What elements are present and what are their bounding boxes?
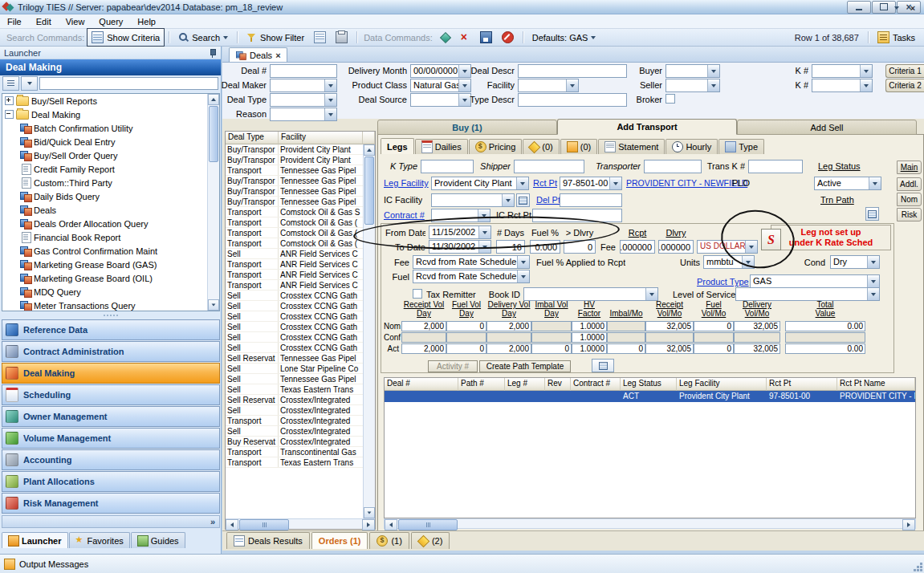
- column-header-rct-pt-name[interactable]: Rct Pt Name: [837, 378, 915, 391]
- tree-item-marketing-grease-board-oil[interactable]: Marketing Grease Board (OIL): [2, 271, 207, 285]
- tree-item-buy-sell-order-query[interactable]: Buy/Sell Order Query: [2, 148, 207, 162]
- tab-add-transport[interactable]: Add Transport: [557, 119, 737, 135]
- volume-cell[interactable]: 0: [446, 321, 486, 331]
- volume-cell[interactable]: [694, 332, 734, 343]
- deal-source-input[interactable]: [410, 93, 471, 107]
- volume-cell[interactable]: [645, 332, 694, 343]
- tree-item-gas-control-confirmation-maint[interactable]: Gas Control Confirmation Maint: [2, 244, 207, 258]
- volume-cell[interactable]: [486, 332, 531, 343]
- column-header-rev[interactable]: Rev: [545, 378, 571, 391]
- scroll-left-button[interactable]: [385, 519, 397, 530]
- deal-row[interactable]: Buy/TransporTennessee Gas Pipel: [226, 186, 363, 197]
- ic-facility-input[interactable]: [431, 193, 515, 207]
- volume-cell[interactable]: 1.0000: [572, 321, 607, 331]
- volume-cell[interactable]: 0: [694, 343, 734, 354]
- rct-pt-name-link[interactable]: PROVIDENT CITY - NEWFIELD: [626, 178, 747, 188]
- transporter-input[interactable]: [644, 160, 702, 173]
- deal-row[interactable]: TransportComstock Oil & Gas (: [226, 217, 363, 228]
- ic-rct-pt-input[interactable]: [532, 209, 622, 222]
- tree-scrollbar[interactable]: [207, 94, 219, 311]
- product-class-input[interactable]: Natural Gas: [410, 79, 471, 92]
- book-id-input[interactable]: [523, 287, 658, 301]
- rate-schedule-button[interactable]: S: [761, 229, 781, 250]
- tree-item-marketing-grease-board-gas[interactable]: Marketing Grease Board (GAS): [2, 258, 207, 271]
- volume-cell[interactable]: 32,005: [645, 321, 694, 331]
- shipper-input[interactable]: [514, 160, 584, 173]
- deal-row[interactable]: TransportComstock Oil & Gas S: [226, 207, 363, 217]
- volume-cell[interactable]: 32,005: [734, 343, 780, 354]
- tree-item-meter-transactions-query[interactable]: Meter Transactions Query: [2, 299, 207, 311]
- fuel-pct-input[interactable]: 0.000: [530, 240, 560, 254]
- tab-addl[interactable]: Addl.: [897, 177, 922, 191]
- tab-pricing-2[interactable]: Pricing: [469, 139, 523, 154]
- commit-button[interactable]: [435, 28, 455, 47]
- cond-input[interactable]: Dry: [830, 255, 880, 269]
- launcher-group-risk-management[interactable]: Risk Management: [2, 493, 220, 514]
- tree-item-buy-sell-reports[interactable]: Buy/Sell Reports: [2, 94, 207, 108]
- deal-row[interactable]: SellCrosstex CCNG Gath: [226, 343, 363, 353]
- close-document-button[interactable]: [906, 2, 919, 14]
- deal-grid-vscrollbar[interactable]: [363, 144, 375, 518]
- panel-tab-launcher[interactable]: Launcher: [2, 532, 68, 548]
- fuel-source-input[interactable]: Rcvd from Rate Schedule: [413, 270, 530, 283]
- scroll-down-button[interactable]: [208, 299, 219, 311]
- deal-row[interactable]: SellCrosstex CCNG Gath: [226, 311, 363, 322]
- column-header-leg-facility[interactable]: Leg Facility: [677, 378, 767, 391]
- tree-item-deals-order-allocation-query[interactable]: Deals Order Allocation Query: [2, 217, 207, 230]
- launcher-group-plant-allocations[interactable]: Plant Allocations: [2, 471, 220, 492]
- tree-item-financial-book-report[interactable]: Financial Book Report: [2, 230, 207, 244]
- activity-button[interactable]: Activity #: [428, 360, 478, 372]
- column-header-deal-type[interactable]: Deal Type: [226, 132, 279, 144]
- dropdown-button[interactable]: [516, 177, 528, 189]
- dropdown-button[interactable]: [517, 270, 529, 282]
- tree-item-credit-family-report[interactable]: Credit Family Report: [2, 162, 207, 176]
- tab-deals[interactable]: Deals: [229, 47, 287, 62]
- deal-row[interactable]: SellCrosstex/Integrated: [226, 405, 363, 416]
- from-date-input[interactable]: 11/15/2002: [429, 226, 491, 239]
- filter-sheet-button[interactable]: [309, 28, 331, 47]
- deal-row[interactable]: Buy/TransporProvident City Plant: [226, 155, 363, 165]
- dropdown-button[interactable]: [324, 108, 336, 120]
- volume-cell[interactable]: [607, 321, 645, 331]
- dropdown-button[interactable]: [742, 256, 754, 268]
- volume-cell[interactable]: 32,005: [645, 343, 694, 354]
- facility-input[interactable]: [518, 79, 579, 92]
- volume-cell[interactable]: 0.00: [785, 343, 865, 354]
- tree-item-deals[interactable]: Deals: [2, 203, 207, 217]
- tree-item-deal-making[interactable]: Deal Making: [2, 108, 207, 121]
- dropdown-button[interactable]: [566, 79, 578, 91]
- volume-cell[interactable]: 2,000: [486, 321, 531, 331]
- tree-item-daily-bids-query[interactable]: Daily Bids Query: [2, 189, 207, 203]
- dropdown-button[interactable]: [860, 65, 872, 77]
- scroll-up-button[interactable]: [208, 94, 219, 105]
- deal-row[interactable]: SellCrosstex CCNG Gath: [226, 322, 363, 332]
- menu-item-query[interactable]: Query: [92, 15, 130, 28]
- tab-nom[interactable]: Nom: [897, 193, 922, 206]
- filter-list-button[interactable]: [2, 76, 19, 91]
- deal-row[interactable]: TransportTennessee Gas Pipel: [226, 165, 363, 176]
- launcher-group-volume-management[interactable]: Volume Management: [2, 428, 220, 449]
- dropdown-button[interactable]: [867, 275, 879, 287]
- dropdown-button[interactable]: [478, 226, 490, 238]
- volume-cell[interactable]: 2,000: [486, 343, 531, 354]
- rct-pt-link[interactable]: Rct Pt: [533, 178, 557, 188]
- scrollbar-thumb[interactable]: [209, 106, 218, 162]
- tab-statement-5[interactable]: Statement: [598, 139, 665, 154]
- deal-row[interactable]: TransportANR Field Services C: [226, 270, 363, 280]
- volume-cell[interactable]: [446, 332, 486, 343]
- deal-row[interactable]: SellTexas Eastern Trans: [226, 384, 363, 395]
- column-header-leg-status[interactable]: Leg Status: [621, 378, 677, 391]
- product-type-link[interactable]: Product Type: [697, 277, 749, 286]
- deal-row[interactable]: TransportTranscontinental Gas: [226, 447, 363, 457]
- tab-legs-0[interactable]: Legs: [381, 138, 414, 154]
- minimize-button[interactable]: [847, 1, 871, 14]
- print-button[interactable]: [331, 28, 352, 47]
- buyer-input[interactable]: [666, 64, 720, 78]
- tab-main[interactable]: Main: [897, 161, 922, 174]
- tab-risk[interactable]: Risk: [897, 208, 922, 221]
- tab-add-sell[interactable]: Add Sell: [737, 120, 917, 135]
- gt-dlvry-input[interactable]: 0: [564, 240, 596, 254]
- deal-row[interactable]: TransportComstock Oil & Gas (: [226, 228, 363, 238]
- deal-row[interactable]: TransportANR Field Services C: [226, 259, 363, 270]
- column-header-deal[interactable]: Deal #: [385, 378, 458, 391]
